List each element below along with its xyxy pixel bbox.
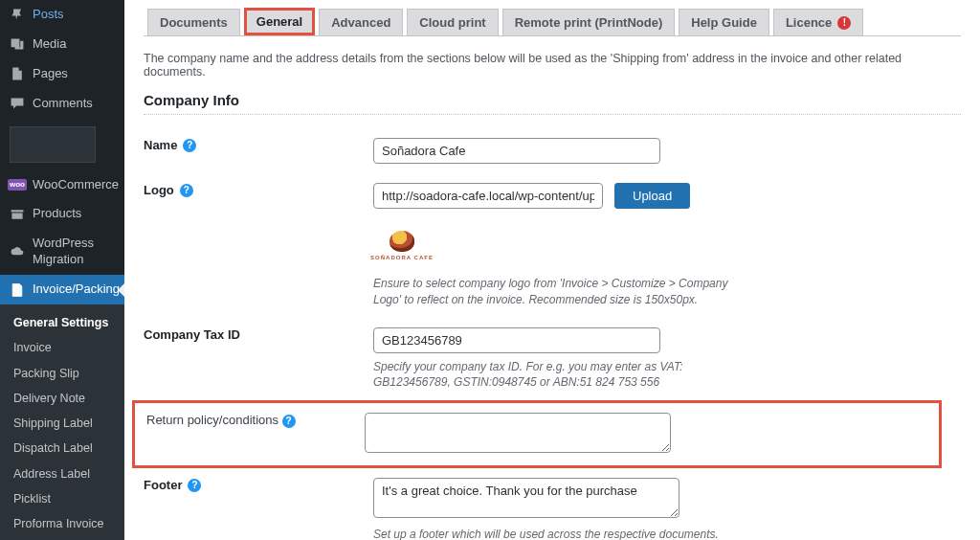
woocommerce-icon: woo [10,177,25,192]
tab-advanced[interactable]: Advanced [319,9,403,35]
sidebar-item-label: Invoice/Packing [33,281,120,298]
admin-sidebar: Posts Media Pages Comments woo WooComm [0,0,124,540]
help-icon[interactable]: ? [183,139,196,152]
sidebar-item-label: WooCommerce [33,177,119,193]
tab-remote-print[interactable]: Remote print (PrintNode) [502,9,676,35]
company-tax-id-input[interactable] [373,327,660,353]
products-icon [10,207,25,222]
submenu-shipping-label[interactable]: Shipping Label [0,411,124,436]
label-company-tax-id: Company Tax ID [144,327,240,342]
sidebar-avatar-box [10,126,96,163]
sidebar-item-posts[interactable]: Posts [0,0,124,30]
logo-url-input[interactable] [373,183,603,209]
submenu-dispatch-label[interactable]: Dispatch Label [0,436,124,461]
sidebar-item-media[interactable]: Media [0,30,124,59]
help-icon[interactable]: ? [282,415,296,428]
intro-description: The company name and the address details… [144,52,961,79]
label-return-policy: Return policy/conditions [146,413,278,427]
settings-tabs: Documents General Advanced Cloud print R… [144,8,961,36]
tab-general[interactable]: General [244,8,315,35]
submenu-delivery-note[interactable]: Delivery Note [0,386,124,411]
company-name-input[interactable] [373,138,660,164]
footer-textarea[interactable] [373,478,679,518]
pages-icon [10,66,25,81]
footer-help-text: Set up a footer which will be used acros… [373,527,737,540]
submenu-proforma-invoice[interactable]: Proforma Invoice [0,511,124,536]
label-company-logo: Logo [144,183,174,197]
logo-image-icon [390,231,414,252]
logo-preview: SOÑADORA CAFE [373,222,961,268]
pin-icon [10,7,25,22]
tab-cloud-print[interactable]: Cloud print [407,9,498,35]
tab-help-guide[interactable]: Help Guide [679,9,769,35]
media-icon [10,36,25,52]
sidebar-item-label: WordPress Migration [33,236,117,268]
tab-documents[interactable]: Documents [147,9,240,35]
sidebar-submenu: General Settings Invoice Packing Slip De… [0,304,124,540]
sidebar-item-label: Comments [33,96,93,112]
alert-icon: ! [837,16,851,30]
comments-icon [10,96,25,111]
field-row-return-policy: Return policy/conditions ? [132,400,942,468]
submenu-invoice[interactable]: Invoice [0,335,124,360]
logo-help-text: Ensure to select company logo from 'Invo… [373,276,737,308]
settings-main-panel: Documents General Advanced Cloud print R… [124,0,980,540]
field-row-company-logo: Logo ? Upload SOÑADORA CAFE Ensure to se… [144,173,961,318]
section-title-company-info: Company Info [144,92,961,115]
field-row-company-tax-id: Company Tax ID Specify your company tax … [144,318,961,401]
submenu-credit-note[interactable]: Credit Note [0,536,124,540]
submenu-general-settings[interactable]: General Settings [0,310,124,335]
help-icon[interactable]: ? [180,184,193,197]
tax-id-help-text: Specify your company tax ID. For e.g. yo… [373,359,737,392]
sidebar-item-label: Media [33,36,66,53]
sidebar-item-products[interactable]: Products [0,199,124,229]
sidebar-item-comments[interactable]: Comments [0,89,124,119]
submenu-packing-slip[interactable]: Packing Slip [0,361,124,386]
sidebar-item-pages[interactable]: Pages [0,59,124,89]
sidebar-item-label: Pages [33,66,68,82]
submenu-address-label[interactable]: Address Label [0,461,124,486]
sidebar-item-label: Products [33,206,81,222]
label-footer: Footer [144,478,182,492]
sidebar-item-invoice-packing[interactable]: Invoice/Packing [0,275,124,304]
document-icon [10,282,25,298]
field-row-company-name: Name ? [144,128,961,173]
logo-brand-text: SOÑADORA CAFE [370,255,434,260]
sidebar-item-label: Posts [33,7,64,23]
return-policy-textarea[interactable] [365,413,671,453]
sidebar-item-wp-migration[interactable]: WordPress Migration [0,229,124,275]
submenu-picklist[interactable]: Picklist [0,486,124,511]
sidebar-item-woocommerce[interactable]: woo WooCommerce [0,170,124,200]
upload-logo-button[interactable]: Upload [614,183,690,209]
help-icon[interactable]: ? [188,479,201,492]
label-company-name: Name [144,138,177,152]
field-row-footer: Footer ? Set up a footer which will be u… [144,468,961,540]
tab-licence[interactable]: Licence ! [773,9,863,35]
cloud-icon [10,244,25,259]
